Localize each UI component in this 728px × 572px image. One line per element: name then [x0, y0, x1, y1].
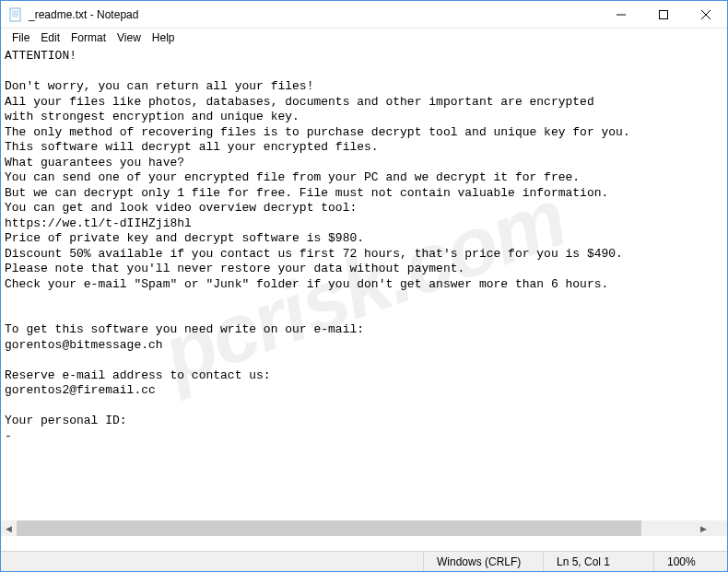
status-cursor: Ln 5, Col 1	[543, 552, 653, 571]
scroll-right-arrow[interactable]: ▶	[696, 520, 711, 536]
scroll-left-arrow[interactable]: ◀	[1, 520, 17, 536]
scrollbar-corner	[711, 520, 727, 536]
menu-help[interactable]: Help	[147, 29, 181, 46]
status-encoding: Windows (CRLF)	[423, 552, 543, 571]
text-content[interactable]: ATTENTION! Don't worry, you can return a…	[1, 47, 727, 520]
close-button[interactable]	[685, 1, 727, 28]
scroll-track[interactable]	[17, 520, 696, 536]
horizontal-scrollbar[interactable]: ◀ ▶	[1, 520, 711, 536]
menu-file[interactable]: File	[6, 29, 35, 46]
menu-edit[interactable]: Edit	[35, 29, 65, 46]
window-title: _readme.txt - Notepad	[29, 8, 600, 21]
menu-view[interactable]: View	[112, 29, 147, 46]
minimize-button[interactable]	[600, 1, 642, 28]
status-zoom: 100%	[653, 552, 727, 571]
status-bar: Windows (CRLF) Ln 5, Col 1 100%	[1, 551, 727, 571]
maximize-button[interactable]	[642, 1, 685, 28]
svg-rect-6	[660, 10, 668, 18]
menu-format[interactable]: Format	[65, 29, 112, 46]
window-controls	[600, 1, 727, 28]
title-bar: _readme.txt - Notepad	[1, 1, 727, 29]
notepad-icon	[8, 7, 23, 22]
scroll-thumb[interactable]	[17, 520, 641, 536]
editor-area: ATTENTION! Don't worry, you can return a…	[1, 47, 727, 536]
menu-bar: File Edit Format View Help	[1, 29, 727, 47]
